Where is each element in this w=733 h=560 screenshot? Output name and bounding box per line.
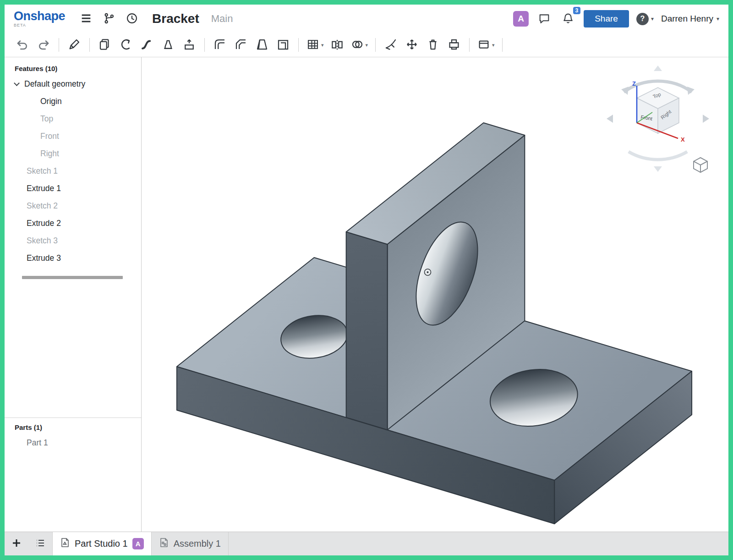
features-title: Features (10) — [5, 61, 141, 75]
mirror-icon — [330, 38, 344, 53]
iso-cube-icon — [691, 169, 710, 176]
named-views-button[interactable]: ▾ — [474, 35, 498, 55]
measure-button[interactable] — [443, 35, 465, 55]
feature-toolbar: ▾ ▾ ▾ — [5, 33, 728, 57]
parts-panel: Parts (1) Part 1 — [5, 417, 141, 451]
split-icon — [384, 38, 398, 53]
sidebar-bottom-spacer — [5, 451, 141, 532]
views-icon — [477, 38, 491, 53]
feature-label: Extrude 2 — [27, 219, 61, 228]
z-axis-label: Z — [632, 80, 636, 87]
sketch-button[interactable] — [64, 35, 85, 55]
chamfer-button[interactable] — [230, 35, 252, 55]
share-button[interactable]: Share — [584, 10, 629, 27]
feature-extrude-3[interactable]: Extrude 3 — [5, 249, 141, 267]
delete-part-button[interactable] — [422, 35, 443, 55]
feature-plane-right[interactable]: Right — [5, 145, 141, 162]
boolean-button[interactable]: ▾ — [348, 35, 371, 55]
3d-viewport[interactable]: Top Front Right Z X — [142, 57, 728, 532]
chevron-down-icon[interactable] — [14, 80, 20, 86]
loft-button[interactable] — [158, 35, 179, 55]
toolbar-divider — [89, 38, 90, 52]
document-title[interactable]: Bracket — [152, 11, 199, 26]
revolve-icon — [119, 38, 133, 53]
tab-presence-badge: A — [132, 538, 144, 549]
split-button[interactable] — [380, 35, 401, 55]
toolbar-divider — [375, 38, 376, 52]
feature-extrude-1[interactable]: Extrude 1 — [5, 180, 141, 197]
bottom-tab-bar: Part Studio 1 A Assembly 1 — [5, 532, 728, 555]
mirror-button[interactable] — [327, 35, 348, 55]
isometric-view-button[interactable] — [691, 155, 710, 175]
chevron-down-icon: ▾ — [651, 16, 654, 22]
tab-part-studio[interactable]: Part Studio 1 A — [52, 532, 152, 555]
add-tab-button[interactable] — [5, 532, 28, 555]
feature-origin[interactable]: Origin — [5, 93, 141, 110]
chamfer-icon — [234, 38, 248, 53]
toolbar-divider — [59, 38, 59, 52]
toolbar-divider — [204, 38, 205, 52]
thicken-button[interactable] — [179, 35, 200, 55]
part-item[interactable]: Part 1 — [5, 434, 141, 451]
onshape-logo[interactable]: Onshape BETA — [14, 10, 65, 27]
revolve-button[interactable] — [115, 35, 137, 55]
feature-plane-front[interactable]: Front — [5, 127, 141, 145]
thicken-icon — [182, 38, 196, 53]
sweep-button[interactable] — [137, 35, 158, 55]
comment-icon — [538, 12, 551, 26]
toolbar-divider — [502, 38, 503, 52]
parts-title: Parts (1) — [5, 420, 141, 434]
draft-button[interactable] — [252, 35, 273, 55]
workspace-name[interactable]: Main — [211, 13, 233, 25]
plus-icon — [11, 538, 22, 550]
help-menu[interactable]: ? ▾ — [636, 13, 654, 25]
chevron-down-icon: ▾ — [717, 16, 719, 22]
pencil-icon — [67, 38, 81, 53]
feature-plane-top[interactable]: Top — [5, 110, 141, 127]
tab-list-button[interactable] — [28, 532, 52, 555]
part-studio-icon — [60, 537, 70, 550]
rollback-bar[interactable] — [22, 276, 123, 279]
feature-sketch-2[interactable]: Sketch 2 — [5, 197, 141, 214]
shell-icon — [276, 38, 290, 53]
comments-button[interactable] — [536, 10, 552, 28]
list-icon — [35, 538, 46, 550]
feature-sketch-1[interactable]: Sketch 1 — [5, 162, 141, 180]
notifications-button[interactable]: 3 — [560, 10, 576, 28]
redo-button[interactable] — [33, 35, 54, 55]
shell-button[interactable] — [273, 35, 294, 55]
linear-pattern-button[interactable]: ▾ — [303, 35, 327, 55]
extrude-icon — [98, 38, 112, 53]
main-menu-button[interactable] — [78, 10, 94, 28]
presence-avatar[interactable]: A — [513, 11, 529, 27]
feature-label: Extrude 1 — [27, 184, 61, 193]
transform-button[interactable] — [401, 35, 422, 55]
feature-sketch-3[interactable]: Sketch 3 — [5, 232, 141, 249]
help-icon: ? — [636, 13, 649, 25]
app-window: Onshape BETA Bracket Main — [0, 0, 733, 560]
linear-pattern-icon — [306, 38, 320, 53]
toolbar-divider — [298, 38, 299, 52]
measure-icon — [447, 38, 461, 53]
feature-label: Origin — [40, 97, 62, 106]
tab-assembly[interactable]: Assembly 1 — [152, 532, 229, 555]
extrude-button[interactable] — [94, 35, 115, 55]
notification-badge: 3 — [573, 7, 581, 14]
fillet-button[interactable] — [209, 35, 230, 55]
branch-icon — [103, 12, 115, 26]
feature-label: Sketch 2 — [27, 201, 58, 211]
feature-label: Sketch 3 — [27, 236, 58, 246]
history-button[interactable] — [124, 10, 140, 28]
top-bar-right: A 3 Share ? ▾ — [513, 10, 719, 28]
clock-icon — [126, 12, 138, 26]
undo-button[interactable] — [12, 35, 33, 55]
sidebar-spacer — [5, 279, 141, 417]
user-menu[interactable]: Darren Henry ▾ — [661, 14, 719, 24]
tab-label: Assembly 1 — [174, 538, 221, 549]
feature-extrude-2[interactable]: Extrude 2 — [5, 214, 141, 232]
rotate-right-arrow — [703, 115, 709, 123]
boolean-icon — [350, 38, 364, 53]
feature-label: Extrude 3 — [27, 253, 61, 263]
versions-button[interactable] — [101, 10, 117, 28]
feature-default-geometry[interactable]: Default geometry — [5, 75, 141, 93]
